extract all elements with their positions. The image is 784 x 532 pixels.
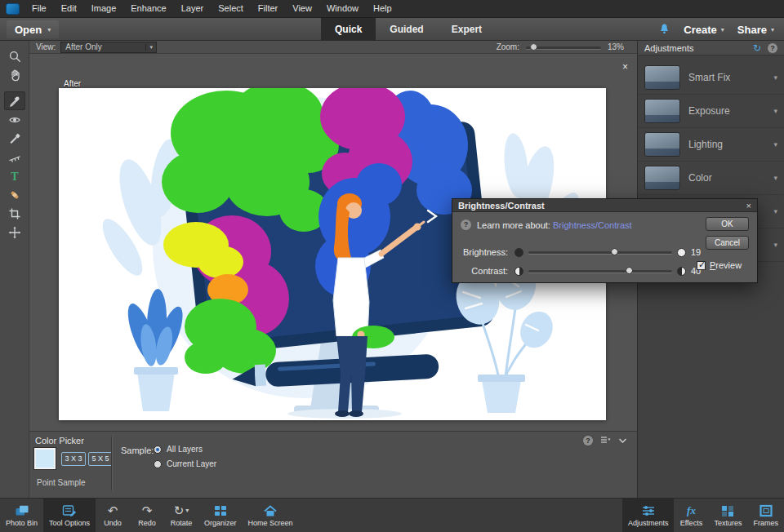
preview-label: Preview: [710, 260, 742, 270]
redo-icon: ↷: [142, 503, 153, 517]
chevron-down-icon[interactable]: ▾: [773, 174, 777, 182]
tool-spot-healing[interactable]: [4, 185, 25, 204]
zoom-slider[interactable]: [526, 42, 601, 52]
tool-zoom[interactable]: [4, 47, 25, 65]
tool-color-picker[interactable]: [4, 91, 25, 110]
chevron-down-icon[interactable]: ▾: [773, 207, 777, 215]
adjustment-section-lighting[interactable]: Lighting ▾: [638, 128, 784, 162]
undo-label: Undo: [104, 519, 122, 527]
eye-icon: [8, 113, 21, 126]
menu-file[interactable]: File: [24, 0, 54, 17]
chevron-down-icon[interactable]: ▾: [773, 241, 777, 249]
chevron-down-icon: ▾: [721, 26, 724, 33]
appbar-right-group: Create ▾ Share ▾: [658, 18, 774, 41]
color-swatch[interactable]: [33, 447, 56, 470]
create-button[interactable]: Create ▾: [684, 24, 724, 36]
sample-size-3x3-button[interactable]: 3 X 3: [61, 452, 86, 466]
menu-help[interactable]: Help: [366, 0, 399, 17]
menu-window[interactable]: Window: [319, 0, 366, 17]
notifications-bell-icon[interactable]: [658, 23, 670, 37]
dialog-title-bar[interactable]: Brightness/Contrast ×: [452, 199, 757, 212]
preview-checkbox[interactable]: [697, 261, 706, 270]
photoshop-elements-window: File Edit Image Enhance Layer Select Fil…: [0, 0, 784, 532]
sample-all-layers-option[interactable]: All Layers: [154, 445, 203, 454]
learn-more-link[interactable]: Brightness/Contrast: [553, 220, 632, 230]
panel-help-icon[interactable]: ?: [768, 43, 777, 53]
zoom-slider-handle[interactable]: [530, 43, 537, 51]
dialog-help-icon[interactable]: ?: [461, 219, 471, 230]
tool-straighten[interactable]: [4, 148, 25, 166]
adjustments-button[interactable]: Adjustments: [622, 499, 675, 532]
brightness-max-icon: [677, 248, 686, 257]
adjustments-panel-title: Adjustments: [644, 43, 746, 53]
adjustments-icon: [641, 503, 656, 517]
tab-expert[interactable]: Expert: [438, 18, 496, 41]
tool-hand[interactable]: [4, 65, 25, 84]
tool-red-eye[interactable]: [4, 110, 25, 129]
zoom-value: 13%: [608, 42, 624, 51]
preview-checkbox-group[interactable]: Preview: [697, 260, 742, 270]
menu-filter[interactable]: Filter: [251, 0, 285, 17]
dialog-close-icon[interactable]: ×: [746, 201, 751, 211]
collapse-panel-icon[interactable]: [618, 436, 627, 446]
adjustment-section-exposure[interactable]: Exposure ▾: [638, 95, 784, 128]
view-mode-dropdown[interactable]: After Only ▾: [60, 42, 157, 53]
cancel-button[interactable]: Cancel: [706, 236, 749, 250]
tab-guided[interactable]: Guided: [376, 18, 437, 41]
chevron-down-icon[interactable]: ▾: [773, 140, 777, 149]
brightness-label: Brightness:: [456, 247, 508, 257]
close-image-icon[interactable]: ×: [622, 61, 628, 73]
panel-refresh-icon[interactable]: ↻: [753, 43, 761, 53]
menu-layer[interactable]: Layer: [174, 0, 212, 17]
undo-button[interactable]: ↶ Undo: [96, 499, 130, 532]
effects-button[interactable]: fx Effects: [674, 499, 708, 532]
contrast-slider-handle[interactable]: [626, 267, 633, 274]
tool-crop[interactable]: [4, 204, 25, 223]
mode-tabs: Quick Guided Expert: [321, 18, 496, 41]
menu-edit[interactable]: Edit: [54, 0, 84, 17]
eyedropper-icon: [8, 95, 21, 108]
effects-label: Effects: [680, 519, 702, 527]
brightness-slider[interactable]: [528, 247, 672, 257]
radio-unselected-icon[interactable]: [154, 460, 162, 468]
contrast-slider[interactable]: [528, 266, 672, 276]
sample-current-layer-option[interactable]: Current Layer: [154, 459, 216, 468]
open-button-label: Open: [15, 24, 42, 36]
chevron-down-icon[interactable]: ▾: [773, 107, 777, 115]
tool-type[interactable]: T: [4, 166, 25, 185]
chevron-down-icon[interactable]: ▾: [773, 73, 777, 82]
home-screen-button[interactable]: Home Screen: [243, 499, 299, 532]
organizer-button[interactable]: Organizer: [198, 499, 243, 532]
menu-view[interactable]: View: [285, 0, 319, 17]
radio-selected-icon[interactable]: [154, 446, 162, 454]
share-button-label: Share: [737, 24, 767, 36]
help-icon[interactable]: ?: [583, 436, 593, 446]
menu-image[interactable]: Image: [84, 0, 124, 17]
tool-options-button[interactable]: Tool Options: [43, 499, 96, 532]
adjustment-section-color[interactable]: Color ▾: [638, 162, 784, 195]
tool-move[interactable]: [4, 223, 25, 242]
menu-select[interactable]: Select: [211, 0, 251, 17]
menu-bar: File Edit Image Enhance Layer Select Fil…: [0, 0, 784, 18]
redo-button[interactable]: ↷ Redo: [130, 499, 164, 532]
panel-menu-icon[interactable]: [600, 436, 611, 446]
ok-button[interactable]: OK: [706, 217, 749, 231]
open-button[interactable]: Open ▾: [7, 20, 59, 38]
photo-bin-button[interactable]: Photo Bin: [0, 499, 43, 532]
textures-button[interactable]: Textures: [708, 499, 747, 532]
frames-button[interactable]: Frames: [747, 499, 784, 532]
current-layer-label: Current Layer: [167, 459, 216, 468]
contrast-max-icon: [677, 267, 686, 276]
adjustments-panel-header: Adjustments ↻ ?: [638, 41, 784, 55]
share-button[interactable]: Share ▾: [737, 24, 774, 36]
crop-icon: [8, 207, 21, 220]
brightness-slider-handle[interactable]: [611, 248, 618, 255]
sample-size-5x5-button[interactable]: 5 X 5: [88, 452, 113, 466]
tab-quick[interactable]: Quick: [321, 18, 376, 41]
tool-whiten-teeth[interactable]: [4, 129, 25, 148]
view-mode-value: After Only: [61, 42, 145, 51]
dialog-title: Brightness/Contrast: [458, 201, 746, 211]
adjustment-section-smart-fix[interactable]: Smart Fix ▾: [638, 61, 784, 95]
menu-enhance[interactable]: Enhance: [123, 0, 173, 17]
rotate-button[interactable]: ↻▾ Rotate: [164, 499, 198, 532]
